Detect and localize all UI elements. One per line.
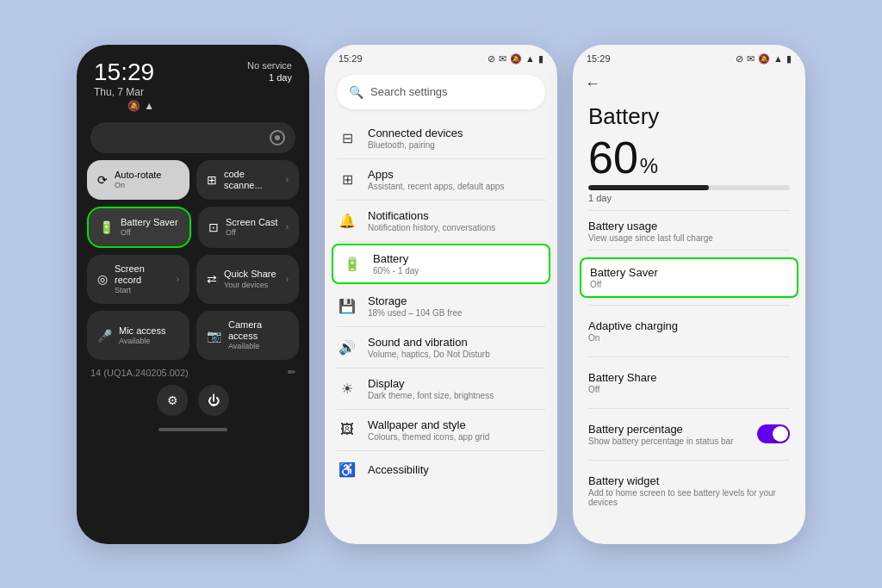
search-icon: 🔍 [349,85,363,99]
power-icon[interactable]: ⏻ [198,385,229,416]
storage-label: Storage [368,294,463,307]
qs-footer: 14 (UQ1A.240205.002) ✏ [77,360,309,378]
tile-screen-cast[interactable]: ⊡ Screen Cast Off › [198,207,299,248]
screen-record-icon: ◎ [97,272,108,286]
mic-access-icon: 🎤 [97,329,112,343]
tile-code-scanner[interactable]: ⊞ code scanne... › [196,160,299,200]
camera-access-sub: Available [228,342,289,351]
alarm-icon: ⊘ [488,53,495,65]
settings-item-sound[interactable]: 🔊 Sound and vibration Volume, haptics, D… [325,327,557,368]
battery-label-1: 1 day [247,72,292,83]
battery-bar-label: 1 day [588,193,790,203]
tile-auto-rotate[interactable]: ⟳ Auto-rotate On [87,160,189,200]
quick-share-sub: Your devices [224,281,279,290]
mute-icon-3: 🔕 [758,53,770,65]
home-indicator-1 [158,428,227,431]
auto-rotate-sub: On [115,181,161,190]
code-scanner-label: code scanne... [224,169,279,191]
settings-icon[interactable]: ⚙ [157,385,188,416]
settings-item-wallpaper[interactable]: 🖼 Wallpaper and style Colours, themed ic… [325,410,557,450]
battery-percentage-toggle[interactable] [757,424,790,443]
battery-bar-track [588,185,790,190]
tile-mic-access[interactable]: 🎤 Mic access Available [87,311,189,360]
camera-access-icon: 📷 [207,329,221,343]
tile-row-3: ◎ Screen record Start › ⇄ Quick Share Yo… [87,255,299,304]
screen-record-label: Screen record [115,263,170,286]
settings-item-display[interactable]: ☀ Display Dark theme, font size, brightn… [325,368,557,409]
battery-settings-label: Battery [373,252,419,265]
notifications-icon: 🔔 [337,210,357,231]
alarm-icon-3: ⊘ [736,53,743,65]
msg-icon-3: ✉ [747,53,755,65]
edit-icon[interactable]: ✏ [288,367,295,378]
settings-item-connected-devices[interactable]: ⊟ Connected devices Bluetooth, pairing [325,118,557,158]
connected-devices-sub: Bluetooth, pairing [368,140,463,150]
code-scanner-arrow: › [286,175,289,184]
apps-label: Apps [368,168,504,181]
battery-percent-num: 60 [588,135,638,180]
battery-icon-2: ▮ [538,53,543,65]
settings-item-battery[interactable]: 🔋 Battery 60% - 1 day [332,244,550,284]
screen-cast-arrow: › [286,222,289,232]
battery-usage-section[interactable]: Battery usage View usage since last full… [588,220,790,243]
wifi-icon-3: ▲ [773,53,783,64]
tile-row-2: 🔋 Battery Saver Off ⊡ Screen Cast Off › [87,207,299,248]
settings-search-bar[interactable]: 🔍 Search settings [337,75,545,109]
connected-devices-icon: ⊟ [337,127,357,148]
battery-widget-section[interactable]: Battery widget Add to home screen to see… [588,467,790,514]
phone-quick-settings: 15:29 Thu, 7 Mar 🔕 ▲ No service 1 day [77,45,309,544]
quick-share-arrow: › [286,275,289,284]
display-icon: ☀ [337,378,357,399]
battery-saver-section[interactable]: Battery Saver Off [580,257,798,298]
accessibility-icon: ♿ [337,460,357,480]
battery-share-sub: Off [588,385,790,394]
mute-icon-2: 🔕 [510,53,522,65]
battery-widget-label: Battery widget [588,474,790,487]
battery-percent-row: 60 % [588,135,790,180]
quick-share-label: Quick Share [224,269,279,280]
battery-saver-detail-sub: Off [590,280,788,289]
connected-devices-label: Connected devices [368,127,463,139]
search-placeholder: Search settings [370,85,448,98]
tile-quick-share[interactable]: ⇄ Quick Share Your devices › [196,255,299,304]
date-display-1: Thu, 7 Mar [94,86,154,98]
adaptive-charging-label: Adaptive charging [588,319,790,332]
wallpaper-icon: 🖼 [337,419,357,440]
battery-usage-label: Battery usage [588,220,790,232]
battery-bar-fill [588,185,709,190]
battery-percentage-section[interactable]: Battery percentage Show battery percenta… [588,416,790,453]
phone-battery-detail: 15:29 ⊘ ✉ 🔕 ▲ ▮ ← Battery 60 % 1 day [573,45,805,544]
status-bar-2: 15:29 ⊘ ✉ 🔕 ▲ ▮ [325,45,557,70]
storage-icon: 💾 [337,295,357,316]
settings-item-apps[interactable]: ⊞ Apps Assistant, recent apps, default a… [325,159,557,200]
back-button[interactable]: ← [573,70,805,96]
battery-percentage-label: Battery percentage [588,423,733,436]
camera-access-label: Camera access [228,319,289,342]
tile-camera-access[interactable]: 📷 Camera access Available [196,311,299,360]
time-display-3: 15:29 [587,53,611,64]
time-display-1: 15:29 [94,60,154,84]
wallpaper-sub: Colours, themed icons, app grid [368,432,489,442]
msg-icon: ✉ [499,53,506,65]
build-info: 14 (UQ1A.240205.002) [90,368,189,378]
tile-screen-record[interactable]: ◎ Screen record Start › [87,255,189,304]
battery-share-section[interactable]: Battery Share Off [588,364,790,401]
adaptive-charging-section[interactable]: Adaptive charging On [588,313,790,350]
sound-icon: 🔊 [337,337,357,357]
screen-cast-sub: Off [226,228,279,238]
settings-list: ⊟ Connected devices Bluetooth, pairing ⊞… [325,118,557,489]
no-service-label: No service [247,60,292,71]
qs-search-bar[interactable] [90,122,295,153]
tile-battery-saver[interactable]: 🔋 Battery Saver Off [87,207,191,248]
auto-rotate-icon: ⟳ [97,173,108,187]
toggle-knob [773,426,788,442]
time-display-2: 15:29 [339,53,363,64]
tile-row-1: ⟳ Auto-rotate On ⊞ code scanne... › [87,160,299,200]
settings-item-storage[interactable]: 💾 Storage 18% used – 104 GB free [325,286,557,326]
settings-item-accessibility[interactable]: ♿ Accessibility [325,451,557,489]
settings-item-notifications[interactable]: 🔔 Notifications Notification history, co… [325,201,557,241]
battery-saver-detail-label: Battery Saver [590,266,788,279]
notifications-label: Notifications [368,209,495,222]
battery-settings-sub: 60% - 1 day [373,266,419,275]
mic-access-label: Mic access [119,325,165,337]
